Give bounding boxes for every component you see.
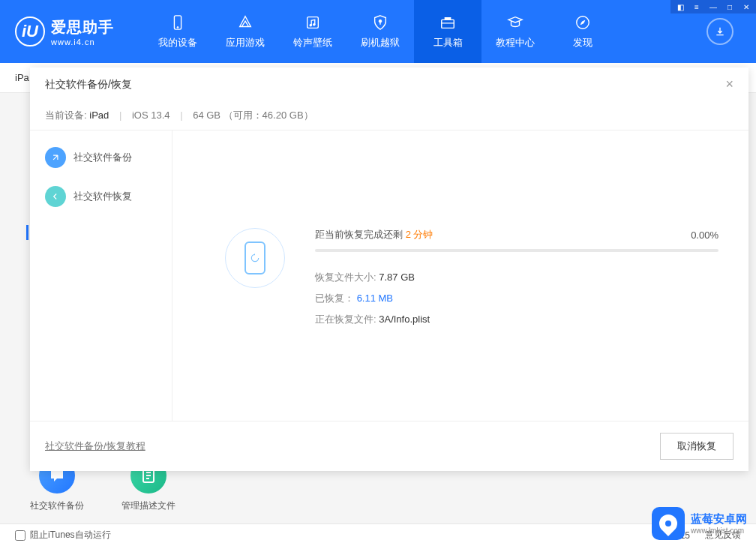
device-icon [169, 14, 187, 32]
modal-sidebar: 社交软件备份 社交软件恢复 [30, 130, 172, 421]
svg-rect-6 [442, 20, 454, 28]
info-restored: 已恢复： 6.11 MB [315, 292, 718, 305]
nav-toolbox[interactable]: 工具箱 [414, 0, 482, 63]
sidebar-item-label: 社交软件恢复 [74, 190, 132, 203]
sidebar-item-backup[interactable]: 社交软件备份 [30, 138, 172, 177]
size-value: 7.87 GB [379, 272, 415, 283]
watermark: 蓝莓安卓网 www.lmkjst.com [652, 507, 747, 540]
close-window-icon[interactable]: ✕ [740, 2, 753, 12]
nav-label: 我的设备 [158, 36, 197, 50]
logo-subtitle: www.i4.cn [51, 38, 114, 46]
modal-close-icon[interactable]: × [725, 76, 734, 92]
progress-prefix: 距当前恢复完成还剩 [315, 229, 403, 240]
main-nav: 我的设备 应用游戏 铃声壁纸 刷机越狱 工具箱 教程中心 发现 [144, 0, 616, 63]
sidebar-item-label: 社交软件备份 [74, 151, 132, 164]
separator: | [119, 110, 122, 121]
download-icon [714, 26, 726, 38]
progress-bar [315, 249, 718, 252]
tile-label: 社交软件备份 [30, 500, 84, 512]
checkbox-input[interactable] [15, 530, 26, 541]
maximize-icon[interactable]: □ [723, 2, 736, 12]
info-filesize: 恢复文件大小: 7.87 GB [315, 271, 718, 284]
app-logo: iU 爱思助手 www.i4.cn [15, 16, 114, 46]
nav-apps[interactable]: 应用游戏 [212, 0, 279, 63]
progress-area: 距当前恢复完成还剩 2 分钟 0.00% 恢复文件大小: 7.87 GB 已恢复… [202, 228, 718, 334]
modal-titlebar: 社交软件备份/恢复 × [30, 68, 748, 101]
watermark-title: 蓝莓安卓网 [691, 512, 747, 526]
minimize-icon[interactable]: — [706, 2, 720, 12]
subheader-tab: iPa [15, 72, 29, 83]
device-os: iOS 13.4 [132, 110, 170, 121]
logo-title: 爱思助手 [51, 17, 114, 38]
app-header: iU 爱思助手 www.i4.cn 我的设备 应用游戏 铃声壁纸 刷机越狱 工具… [0, 0, 756, 63]
apps-icon [236, 14, 254, 32]
device-label: 当前设备: [45, 110, 87, 121]
menu-icon[interactable]: ≡ [690, 2, 704, 12]
modal-footer: 社交软件备份/恢复教程 取消恢复 [30, 421, 748, 471]
watermark-icon [652, 507, 685, 540]
nav-label: 铃声壁纸 [293, 36, 332, 50]
modal-body: 社交软件备份 社交软件恢复 距当前恢复完成还剩 2 分钟 [30, 130, 748, 421]
nav-label: 刷机越狱 [361, 36, 400, 50]
window-controls: ◧ ≡ — □ ✕ [670, 0, 756, 14]
info-currentfile: 正在恢复文件: 3A/Info.plist [315, 313, 718, 326]
phone-icon [244, 242, 266, 274]
size-label: 恢复文件大小: [315, 272, 376, 283]
done-label: 已恢复： [315, 292, 354, 304]
compass-icon [574, 14, 592, 32]
device-info-bar: 当前设备: iPad | iOS 13.4 | 64 GB （可用：46.20 … [30, 101, 748, 130]
watermark-url: www.lmkjst.com [691, 526, 747, 535]
progress-time: 2 分钟 [406, 229, 434, 240]
modal-title: 社交软件备份/恢复 [45, 78, 132, 92]
svg-point-1 [177, 27, 178, 28]
itunes-checkbox[interactable]: 阻止iTunes自动运行 [15, 529, 111, 542]
device-storage: 64 GB （可用：46.20 GB） [193, 110, 313, 121]
svg-point-4 [313, 23, 315, 26]
shield-icon [371, 14, 389, 32]
nav-label: 发现 [573, 36, 592, 50]
progress-status-row: 距当前恢复完成还剩 2 分钟 0.00% [315, 228, 718, 242]
cancel-button[interactable]: 取消恢复 [660, 433, 734, 460]
restore-icon [45, 186, 66, 207]
svg-rect-2 [308, 17, 319, 28]
nav-label: 教程中心 [496, 36, 535, 50]
nav-my-device[interactable]: 我的设备 [144, 0, 212, 63]
checkbox-label: 阻止iTunes自动运行 [30, 529, 111, 542]
tile-label: 管理描述文件 [122, 500, 176, 512]
tutorial-link[interactable]: 社交软件备份/恢复教程 [45, 440, 146, 453]
phone-graphic [225, 228, 285, 288]
sidebar-item-restore[interactable]: 社交软件恢复 [30, 177, 172, 216]
svg-point-3 [310, 24, 312, 26]
logo-icon: iU [15, 16, 45, 46]
nav-jailbreak[interactable]: 刷机越狱 [346, 0, 414, 63]
nav-discover[interactable]: 发现 [549, 0, 616, 63]
file-label: 正在恢复文件: [315, 314, 376, 325]
tutorial-icon [506, 14, 524, 32]
progress-percent: 0.00% [691, 230, 718, 241]
device-name: iPad [89, 110, 109, 121]
progress-info: 距当前恢复完成还剩 2 分钟 0.00% 恢复文件大小: 7.87 GB 已恢复… [315, 228, 718, 334]
nav-tutorial[interactable]: 教程中心 [482, 0, 549, 63]
separator: | [180, 110, 182, 121]
svg-point-5 [379, 20, 382, 22]
download-button[interactable] [706, 18, 734, 45]
toolbox-icon [439, 14, 457, 32]
nav-ringtone[interactable]: 铃声壁纸 [279, 0, 346, 63]
modal-content: 距当前恢复完成还剩 2 分钟 0.00% 恢复文件大小: 7.87 GB 已恢复… [172, 130, 748, 421]
nav-label: 应用游戏 [226, 36, 265, 50]
backup-icon [45, 147, 66, 168]
statusbar: 阻止iTunes自动运行 V7.98.15 意见反馈 [0, 524, 756, 546]
file-value: 3A/Info.plist [379, 314, 430, 325]
done-value: 6.11 MB [357, 292, 393, 304]
backup-modal: 社交软件备份/恢复 × 当前设备: iPad | iOS 13.4 | 64 G… [30, 68, 748, 471]
sidebar-active-indicator [26, 225, 28, 240]
nav-label: 工具箱 [434, 36, 463, 50]
ringtone-icon [304, 14, 322, 32]
skin-icon[interactable]: ◧ [674, 2, 687, 12]
